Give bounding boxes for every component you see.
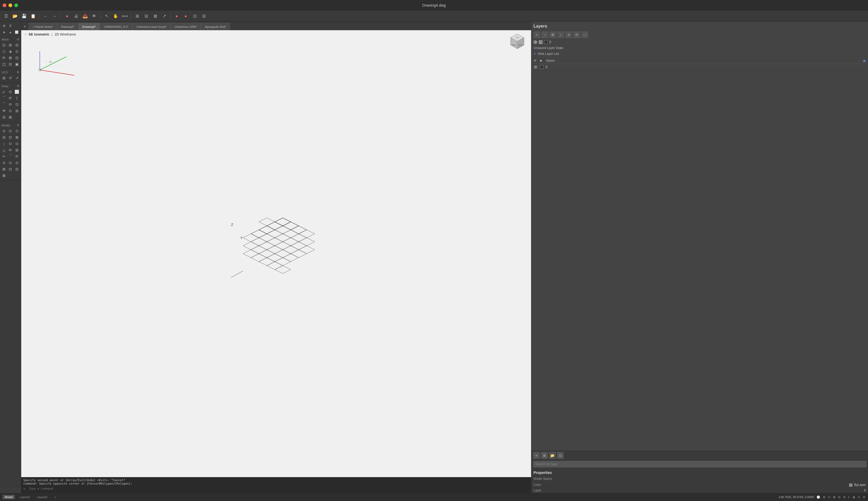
main-canvas[interactable]: + SE Isometric | 2D Wireframe TOP FRONT … <box>21 30 531 488</box>
model-tab[interactable]: Model <box>3 495 15 499</box>
command-input-field[interactable] <box>28 487 529 490</box>
tab-urbanismo[interactable]: URBANISMO_II-2* <box>100 23 132 30</box>
mesh-icon-6[interactable]: ⊙ <box>14 49 20 54</box>
mesh-icon-8[interactable]: ⊠ <box>8 55 13 61</box>
layout2-tab[interactable]: Layout2 <box>35 495 49 499</box>
status-selection[interactable]: ⊙ <box>858 495 860 499</box>
status-transparency[interactable]: ◑ <box>853 495 855 499</box>
sidebar-btn-r[interactable]: ◈ <box>1 29 7 35</box>
mesh-icon-3[interactable]: ⊟ <box>14 42 20 48</box>
sidebar-btn-tri[interactable]: ▲ <box>8 29 13 35</box>
mod-icon-16[interactable]: ⊙ <box>1 160 7 166</box>
print-button[interactable]: ● <box>63 12 71 20</box>
status-polar[interactable]: ⊟ <box>838 495 840 499</box>
mesh-icon-10[interactable]: ◫ <box>1 61 7 67</box>
draw-gear[interactable]: ⚙ <box>17 84 19 88</box>
layer-filter-btn[interactable]: ≡ <box>565 31 572 38</box>
draw-icon-12[interactable]: ⊞ <box>14 108 20 114</box>
sidebar-btn-box[interactable]: ⬜ <box>14 29 20 35</box>
tab-add[interactable]: + <box>21 23 29 30</box>
view-button[interactable]: 👁 <box>90 12 98 20</box>
draw-icon-1[interactable]: ↙ <box>1 89 7 95</box>
plot-button[interactable]: 🖨 <box>72 12 80 20</box>
layer-vis-icon[interactable] <box>533 65 538 69</box>
mesh-icon-2[interactable]: ⊞ <box>8 42 13 48</box>
mesh-icon-11[interactable]: ⊟ <box>8 61 13 67</box>
mesh-gear[interactable]: ⚙ <box>17 38 19 41</box>
publish-button[interactable]: 📤 <box>81 12 89 20</box>
draw-icon-8[interactable]: ⟳ <box>8 102 13 107</box>
draw-icon-4[interactable]: ⌒ <box>1 95 7 101</box>
zoom-button[interactable]: ⟺ <box>121 12 129 20</box>
layer-more-btn[interactable]: ⋯ <box>581 31 588 38</box>
window-controls[interactable] <box>3 3 18 7</box>
search-tool-4[interactable]: ⊡ <box>557 452 564 459</box>
save-as-button[interactable]: 📋 <box>29 12 37 20</box>
mod-icon-5[interactable]: ⊡ <box>8 135 13 140</box>
draw-icon-11[interactable]: ⊙ <box>8 108 13 114</box>
mesh-icon-9[interactable]: ⊡ <box>14 55 20 61</box>
status-settings[interactable]: ⚙ <box>863 495 865 499</box>
mod-icon-21[interactable]: ⊟ <box>14 166 20 172</box>
mesh-icon-1[interactable]: ⊡ <box>1 42 7 48</box>
minimize-button[interactable] <box>9 3 12 7</box>
mod-icon-17[interactable]: ⊙ <box>8 160 13 166</box>
draw-icon-7[interactable]: ⌒ <box>1 102 7 107</box>
mod-icon-11[interactable]: ⟳ <box>8 147 13 153</box>
draw-icon-6[interactable]: ⟩ <box>14 95 20 101</box>
mesh-icon-7[interactable]: ⟳ <box>1 55 7 61</box>
tab-agregacao[interactable]: Agregação final* <box>201 23 230 30</box>
mod-icon-6[interactable]: ⊠ <box>14 135 20 140</box>
mod-icon-2[interactable]: ⊙ <box>8 128 13 134</box>
layer-delete-btn[interactable]: − <box>542 31 548 38</box>
search-tool-3[interactable]: 📁 <box>549 452 556 459</box>
mesh-icon-4[interactable]: ⬡ <box>1 49 7 54</box>
save-button[interactable]: 💾 <box>20 12 28 20</box>
draw-icon-3[interactable]: ⬜ <box>14 89 20 95</box>
tab-drawing3[interactable]: Drawing3* <box>57 23 79 30</box>
status-snap[interactable]: ⊡ <box>828 495 830 499</box>
tool5[interactable]: ● <box>173 12 181 20</box>
mod-icon-10[interactable]: △ <box>1 147 7 153</box>
layer-new-btn[interactable]: + <box>533 31 540 38</box>
layout1-tab[interactable]: Layout1 <box>18 495 32 499</box>
layer-search-input[interactable] <box>533 461 866 467</box>
tool4[interactable]: ↗ <box>160 12 168 20</box>
modify-gear[interactable]: ⚙ <box>17 124 19 127</box>
close-button[interactable] <box>3 3 6 7</box>
draw-icon-10[interactable]: 👁 <box>1 108 7 114</box>
ucs-icon-3[interactable]: ↗ <box>14 75 20 81</box>
status-ortho[interactable]: ⊠ <box>833 495 835 499</box>
tab-drawing4[interactable]: Drawing4* <box>79 23 100 30</box>
layer-settings-btn[interactable]: ⚙ <box>550 31 556 38</box>
mod-icon-8[interactable]: ⊙ <box>8 141 13 147</box>
select-button[interactable]: ↖ <box>103 12 111 20</box>
new-button[interactable]: ☰ <box>2 12 10 20</box>
hide-layer-list[interactable]: ▼ Hide Layer List <box>533 52 866 56</box>
draw-icon-14[interactable]: ⊠ <box>8 114 13 120</box>
open-button[interactable]: 📂 <box>11 12 19 20</box>
tab-urbanimos-base[interactable]: Urbanimos base limpa* <box>132 23 170 30</box>
layer-row-0[interactable]: 0 <box>533 64 866 71</box>
tool6[interactable]: ● <box>182 12 190 20</box>
pan-button[interactable]: ✋ <box>112 12 119 20</box>
mod-icon-12[interactable]: ⊞ <box>14 147 20 153</box>
ucs-icon-2[interactable]: ↺ <box>8 75 13 81</box>
mesh-icon-12[interactable]: ▣ <box>14 61 20 67</box>
redo-button[interactable]: → <box>51 12 59 20</box>
mod-icon-20[interactable]: ⊡ <box>8 166 13 172</box>
mod-icon-9[interactable]: ⊙ <box>14 141 20 147</box>
tool7[interactable]: ⊡ <box>191 12 199 20</box>
mod-icon-15[interactable]: ⟳ <box>14 153 20 159</box>
tab-urbanimos-gra[interactable]: Urbanimos GRA* <box>170 23 201 30</box>
status-grid[interactable]: ⊞ <box>823 495 825 499</box>
layer-move-btn[interactable]: ↕ <box>557 31 564 38</box>
tool8[interactable]: ⊟ <box>200 12 208 20</box>
search-tool-1[interactable]: ≡ <box>533 452 540 459</box>
mesh-icon-5[interactable]: ◈ <box>8 49 13 54</box>
status-osnap[interactable]: ⊕ <box>843 495 846 499</box>
mod-icon-3[interactable]: ⊙ <box>14 128 20 134</box>
draw-icon-13[interactable]: ⊟ <box>1 114 7 120</box>
mod-icon-4[interactable]: ⊟ <box>1 135 7 140</box>
mod-icon-7[interactable]: ↕ <box>1 141 7 147</box>
